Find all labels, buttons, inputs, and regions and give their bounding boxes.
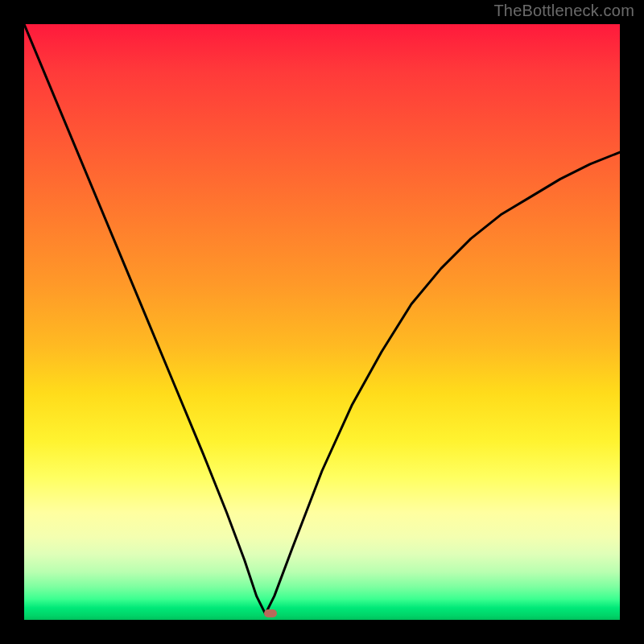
watermark-text: TheBottleneck.com	[493, 2, 634, 20]
optimum-marker	[264, 609, 277, 617]
bottleneck-curve	[24, 24, 620, 620]
chart-frame: TheBottleneck.com	[0, 0, 644, 644]
plot-area	[24, 24, 620, 620]
curve-path	[24, 24, 620, 614]
